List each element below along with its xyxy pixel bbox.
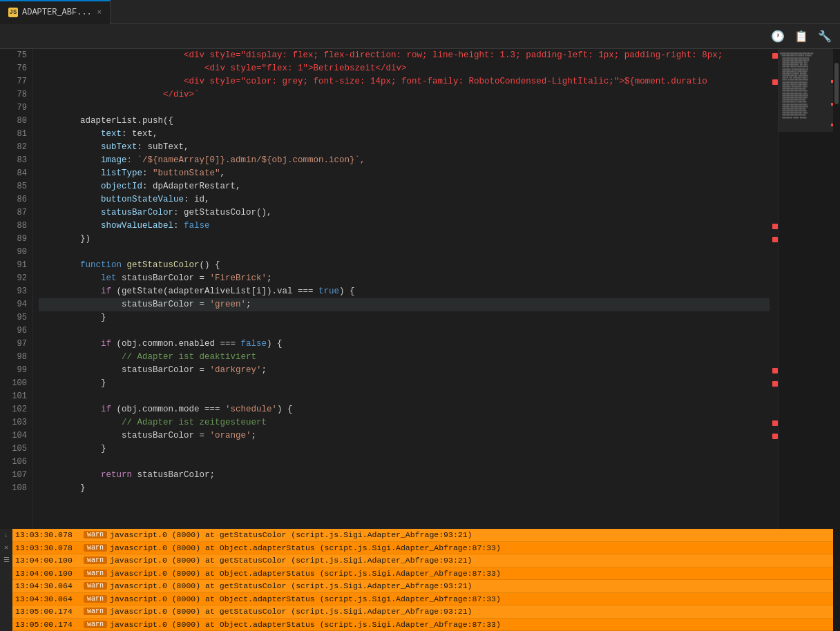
active-tab[interactable]: JS ADAPTER_ABF... × [0,0,111,24]
log-icon-2[interactable]: ✕ [4,543,8,552]
line-number-99: 99 [6,364,27,377]
right-marker-108 [770,482,778,495]
right-marker-75 [770,49,778,62]
log-level-0: warn [84,531,107,538]
log-area-row: ↓ ✕ ☰ 13:03:30.078warnjavascript.0 (8000… [0,529,840,631]
code-line-90 [39,246,770,259]
right-marker-98 [770,351,778,364]
clipboard-icon[interactable]: 📋 [794,30,808,43]
right-marker-87 [770,206,778,220]
history-icon[interactable]: 🕐 [771,30,785,43]
line-number-100: 100 [6,377,27,390]
log-entry-1[interactable]: 13:03:30.078warnjavascript.0 (8000) at O… [12,542,833,555]
code-line-92: let statusBarColor = 'FireBrick'; [39,272,770,285]
right-marker-99 [770,364,778,377]
code-line-88: showValueLabel: false [39,220,770,233]
line-number-103: 103 [6,416,27,429]
line-number-80: 80 [6,115,27,128]
right-marker-93 [770,285,778,298]
right-marker-94 [770,298,778,311]
line-number-85: 85 [6,180,27,193]
code-line-98: // Adapter ist deaktiviert [39,351,770,364]
line-number-102: 102 [6,403,27,416]
code-area[interactable]: 7576777879808182838485868788899091929394… [0,49,840,529]
log-entry-6[interactable]: 13:05:00.174warnjavascript.0 (8000) at g… [12,605,833,619]
log-entry-5[interactable]: 13:04:30.064warnjavascript.0 (8000) at O… [12,593,833,606]
log-icon-1[interactable]: ↓ [4,532,8,539]
log-msg-1: javascript.0 (8000) at Object.adapterSta… [110,543,501,552]
code-line-79 [39,101,770,115]
log-entry-0[interactable]: 13:03:30.078warnjavascript.0 (8000) at g… [12,529,833,542]
log-entry-2[interactable]: 13:04:00.100warnjavascript.0 (8000) at g… [12,554,833,567]
log-level-2: warn [84,556,107,564]
code-line-75: <div style="display: flex; flex-directio… [39,49,770,62]
code-line-78: </div>` [39,88,770,101]
log-time-6: 13:05:00.174 [15,607,81,616]
line-number-96: 96 [6,324,27,338]
log-entry-7[interactable]: 13:05:00.174warnjavascript.0 (8000) at O… [12,619,833,632]
code-line-77: <div style="color: grey; font-size: 14px… [39,75,770,88]
scrollbar-thumb[interactable] [834,63,839,104]
log-level-5: warn [84,595,107,603]
log-time-7: 13:05:00.174 [15,620,81,629]
error-dot-100 [772,381,778,387]
log-level-6: warn [84,608,107,615]
line-number-90: 90 [6,246,27,259]
right-markers [770,49,778,529]
log-level-1: warn [84,544,107,552]
code-lines[interactable]: <div style="display: flex; flex-directio… [33,49,770,529]
line-number-93: 93 [6,285,27,298]
line-number-78: 78 [6,88,27,101]
log-panel: 13:03:30.078warnjavascript.0 (8000) at g… [12,529,833,631]
line-number-86: 86 [6,193,27,206]
right-marker-104 [770,429,778,443]
line-number-91: 91 [6,259,27,272]
vertical-scrollbar[interactable] [833,49,840,529]
log-scrollbar[interactable] [833,529,840,631]
code-line-105: } [39,443,770,456]
log-msg-5: javascript.0 (8000) at Object.adapterSta… [110,594,501,603]
minimap-marker-3 [831,124,833,126]
log-msg-0: javascript.0 (8000) at getStatusColor (s… [110,530,472,539]
error-dot-88 [772,224,778,229]
code-line-76: <div style="flex: 1">Betriebszeit</div> [39,62,770,75]
log-panel-wrapper: ↓ ✕ ☰ 13:03:30.078warnjavascript.0 (8000… [0,529,840,631]
right-marker-78 [770,88,778,101]
settings-icon[interactable]: 🔧 [818,30,832,43]
line-number-87: 87 [6,206,27,220]
file-icon: JS [8,8,18,17]
right-marker-101 [770,390,778,403]
main-area: 7576777879808182838485868788899091929394… [0,49,840,631]
right-marker-84 [770,167,778,180]
log-msg-2: javascript.0 (8000) at getStatusColor (s… [110,556,472,565]
line-number-95: 95 [6,311,27,324]
minimap-viewport [779,49,833,132]
tab-label: ADAPTER_ABF... [22,8,92,17]
editor-content: 7576777879808182838485868788899091929394… [0,49,840,529]
log-icon-3[interactable]: ☰ [3,556,10,564]
log-entry-4[interactable]: 13:04:30.064warnjavascript.0 (8000) at g… [12,580,833,593]
code-line-99: statusBarColor = 'darkgrey'; [39,364,770,377]
log-msg-4: javascript.0 (8000) at getStatusColor (s… [110,581,472,590]
right-marker-79 [770,101,778,115]
right-marker-85 [770,180,778,193]
line-number-82: 82 [6,141,27,154]
right-marker-107 [770,469,778,482]
right-marker-81 [770,128,778,141]
log-msg-3: javascript.0 (8000) at Object.adapterSta… [110,569,501,578]
tab-close-button[interactable]: × [97,8,102,17]
line-number-89: 89 [6,233,27,246]
log-time-0: 13:03:30.078 [15,530,81,539]
right-marker-100 [770,377,778,390]
right-marker-83 [770,154,778,167]
right-marker-92 [770,272,778,285]
editor: 7576777879808182838485868788899091929394… [0,49,840,631]
line-number-101: 101 [6,390,27,403]
code-line-91: function getStatusColor() { [39,259,770,272]
code-line-86: buttonStateValue: id, [39,193,770,206]
minimap-marker-1 [831,80,833,83]
right-marker-102 [770,403,778,416]
line-number-104: 104 [6,429,27,443]
log-entry-3[interactable]: 13:04:00.100warnjavascript.0 (8000) at O… [12,567,833,581]
code-line-107: return statusBarColor; [39,469,770,482]
